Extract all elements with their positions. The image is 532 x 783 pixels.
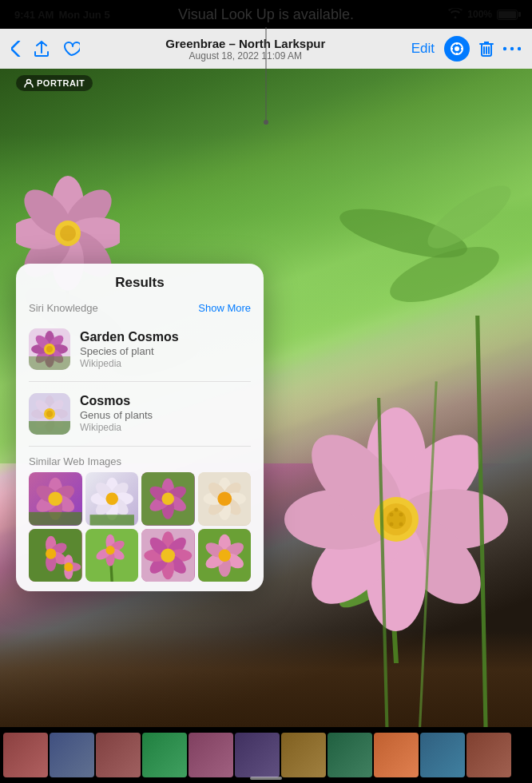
scroll-indicator bbox=[250, 777, 282, 780]
results-title: Results bbox=[16, 264, 264, 299]
divider-2 bbox=[29, 446, 251, 447]
svg-rect-77 bbox=[29, 421, 70, 435]
svg-point-76 bbox=[46, 411, 53, 417]
results-panel: Results Siri Knowledge Show More bbox=[16, 264, 264, 591]
strip-thumb-2[interactable] bbox=[50, 733, 94, 777]
svg-point-113 bbox=[217, 491, 232, 506]
similar-grid bbox=[16, 472, 264, 582]
annotation-text: Visual Look Up is available. bbox=[178, 6, 354, 23]
cosmos-sub: Genus of plants bbox=[80, 409, 251, 421]
svg-line-35 bbox=[379, 398, 387, 727]
result-item-garden-cosmos[interactable]: Garden Cosmos Species of plant Wikipedia bbox=[16, 320, 264, 378]
similar-label: Similar Web Images bbox=[16, 449, 264, 472]
strip-thumb-8[interactable] bbox=[328, 733, 372, 777]
divider-1 bbox=[29, 381, 251, 382]
annotation-dot bbox=[264, 120, 268, 125]
portrait-label: PORTRAIT bbox=[37, 78, 85, 88]
strip-thumb-6[interactable] bbox=[235, 733, 280, 777]
strip-thumb-4[interactable] bbox=[142, 733, 187, 777]
portrait-badge[interactable]: PORTRAIT bbox=[16, 75, 93, 91]
strip-thumb-11[interactable] bbox=[466, 733, 511, 777]
similar-item-2[interactable] bbox=[85, 472, 139, 526]
svg-point-103 bbox=[161, 492, 174, 505]
garden-cosmos-source: Wikipedia bbox=[80, 358, 251, 369]
svg-point-149 bbox=[218, 549, 231, 562]
svg-rect-95 bbox=[89, 515, 133, 525]
svg-point-119 bbox=[46, 548, 56, 558]
similar-item-5[interactable] bbox=[29, 529, 82, 582]
cosmos-name: Cosmos bbox=[80, 394, 251, 408]
svg-point-94 bbox=[105, 492, 118, 505]
strip-thumb-1[interactable] bbox=[3, 733, 48, 777]
strip-thumb-10[interactable] bbox=[420, 733, 465, 777]
svg-point-131 bbox=[105, 546, 114, 554]
svg-rect-85 bbox=[29, 512, 82, 526]
siri-knowledge-row: Siri Knowledge Show More bbox=[16, 299, 264, 320]
siri-knowledge-label: Siri Knowledge bbox=[29, 302, 98, 314]
similar-item-1[interactable] bbox=[29, 472, 82, 526]
svg-point-141 bbox=[161, 548, 175, 562]
annotation-line bbox=[266, 27, 267, 123]
similar-item-8[interactable] bbox=[198, 529, 252, 582]
garden-cosmos-info: Garden Cosmos Species of plant Wikipedia bbox=[80, 330, 251, 369]
cosmos-thumb bbox=[29, 393, 70, 435]
garden-cosmos-name: Garden Cosmos bbox=[80, 330, 251, 344]
svg-point-63 bbox=[46, 346, 53, 352]
svg-line-36 bbox=[420, 381, 437, 727]
similar-item-4[interactable] bbox=[198, 472, 252, 526]
strip-thumb-7[interactable] bbox=[281, 733, 326, 777]
show-more-button[interactable]: Show More bbox=[198, 302, 251, 314]
svg-point-84 bbox=[48, 491, 62, 506]
svg-point-123 bbox=[64, 562, 73, 571]
portrait-icon bbox=[24, 78, 34, 88]
similar-item-3[interactable] bbox=[141, 472, 195, 526]
strip-thumb-5[interactable] bbox=[189, 733, 233, 777]
svg-point-32 bbox=[419, 175, 519, 259]
similar-item-6[interactable] bbox=[85, 529, 139, 582]
strip-thumb-3[interactable] bbox=[96, 733, 141, 777]
cosmos-info: Cosmos Genus of plants Wikipedia bbox=[80, 394, 251, 433]
svg-rect-64 bbox=[29, 356, 70, 370]
result-item-cosmos[interactable]: Cosmos Genus of plants Wikipedia bbox=[16, 385, 264, 443]
cosmos-source: Wikipedia bbox=[80, 422, 251, 433]
garden-cosmos-sub: Species of plant bbox=[80, 345, 251, 357]
similar-item-7[interactable] bbox=[141, 529, 195, 582]
svg-line-37 bbox=[478, 316, 486, 727]
annotation-area: Visual Look Up is available. bbox=[0, 0, 532, 64]
garden-cosmos-thumb bbox=[29, 328, 70, 370]
strip-thumb-9[interactable] bbox=[374, 733, 419, 777]
photo-strip bbox=[0, 727, 532, 783]
